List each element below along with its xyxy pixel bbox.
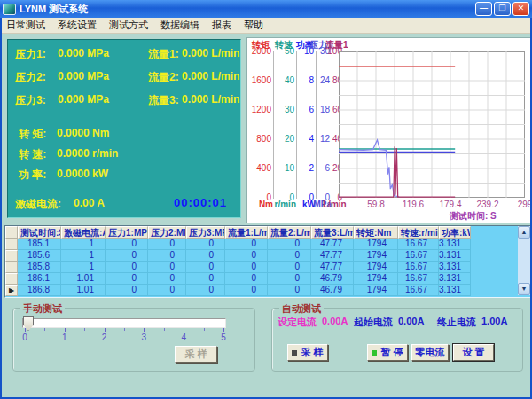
table-row[interactable]: 186.11.010000046.79179416.673.131 (5, 273, 530, 285)
flow2-value: 0.000 L/min (182, 70, 239, 82)
pause-button[interactable]: 暂 停 (367, 344, 408, 361)
y-axis-line (332, 51, 332, 199)
torque-label: 转 矩: (19, 127, 46, 142)
menu-bar: 日常测试 系统设置 测试方式 数据编辑 报表 帮助 (0, 18, 532, 34)
slider-minor-tick (44, 328, 45, 331)
table-header-cell[interactable]: 压力1:MPa (106, 226, 148, 239)
excitation-current-value: 0.00 A (74, 197, 105, 209)
table-header-cell[interactable]: 流量2:L/min (268, 226, 311, 239)
table-cell: 185.8 (18, 262, 61, 273)
table-cell: 0 (148, 273, 186, 285)
row-selector[interactable] (5, 250, 18, 262)
close-button[interactable]: ✕ (512, 2, 529, 16)
slider-minor-tick (124, 328, 125, 331)
table-row[interactable]: 185.610000047.77179416.673.131 (5, 250, 530, 262)
slider-tick-label: 4 (179, 332, 188, 342)
y-axis-tick-label: 2000 (248, 46, 271, 56)
scroll-up-button[interactable]: ▲ (518, 226, 530, 239)
table-header-cell[interactable]: 转矩:Nm (354, 226, 398, 239)
table-cell: 47.77 (311, 239, 354, 250)
slider-major-tick (105, 328, 106, 332)
end-current-label: 终止电流 (437, 316, 476, 329)
table-header-cell[interactable]: 压力2:MPa (148, 226, 186, 239)
speed-value: 0.0000 r/min (57, 147, 118, 160)
table-header-cell[interactable]: 激磁电流:A (61, 226, 106, 239)
x-axis-tick-label: 299 (507, 200, 532, 209)
slider-tick-label: 3 (139, 332, 148, 342)
table-cell: 3.131 (439, 250, 471, 262)
table-cell: 0 (186, 273, 225, 285)
excitation-current-label: 激磁电流: (15, 197, 61, 212)
table-row[interactable]: 185.110000047.77179416.673.131 (5, 239, 530, 250)
y-axis-unit-label: L/min (323, 200, 344, 209)
table-header-cell[interactable]: 压力3:MPa (186, 226, 225, 239)
y-axis-tick-label: 50 (271, 46, 294, 56)
end-current-value: 1.00A (481, 316, 507, 326)
table-cell: 16.67 (398, 285, 439, 296)
table-cell: 0 (225, 285, 268, 296)
table-cell: 0 (268, 250, 311, 262)
auto-sample-button[interactable]: 采 样 (287, 344, 328, 361)
x-axis-title: 测试时间: S (450, 210, 497, 223)
manual-sample-button[interactable]: 采 样 (175, 346, 217, 363)
table-cell: 0 (106, 239, 148, 250)
readout-panel: 压力1: 0.000 MPa 流量1: 0.000 L/min 压力2: 0.0… (7, 39, 241, 218)
y-axis-tick-label: 10 (271, 163, 294, 173)
row-selector[interactable] (5, 273, 18, 285)
row-selector[interactable] (5, 239, 18, 250)
y-axis-tick-label: 1600 (248, 75, 271, 85)
minimize-button[interactable]: — (475, 2, 492, 16)
pressure2-value: 0.000 MPa (58, 70, 109, 82)
table-cell: 1794 (354, 250, 398, 262)
current-slider-track[interactable] (22, 318, 226, 328)
x-axis-tick-label: 59.8 (358, 200, 394, 209)
table-cell: 185.6 (18, 250, 61, 262)
table-cell: 1.01 (61, 273, 106, 285)
table-header-cell[interactable]: 转速:r/min (398, 226, 439, 239)
row-selector[interactable]: ▶ (5, 285, 18, 296)
chart-panel: 转矩2000160012008004000Nm转速50403020100r/mi… (246, 37, 532, 223)
auto-test-title: 自动测试 (279, 302, 324, 316)
table-row[interactable]: 185.810000047.77179416.673.131 (5, 262, 530, 273)
table-cell: 16.67 (398, 239, 439, 250)
table-cell: 1.01 (61, 285, 106, 296)
scroll-down-button[interactable]: ▼ (518, 283, 530, 295)
table-cell: 0 (225, 262, 268, 273)
menu-item-report[interactable]: 报表 (206, 19, 238, 32)
power-value: 0.0000 kW (57, 168, 108, 180)
table-cell: 1794 (354, 262, 398, 273)
setup-button[interactable]: 设 置 (453, 344, 494, 361)
table-header-cell[interactable]: 功率:kW (439, 226, 471, 239)
y-axis-unit-label: Nm (248, 200, 273, 209)
menu-item-test-mode[interactable]: 测试方式 (103, 19, 154, 32)
table-cell: 3.131 (439, 262, 471, 273)
menu-item-data-edit[interactable]: 数据编辑 (154, 19, 206, 32)
table-header-row: 测试时间:S激磁电流:A压力1:MPa压力2:MPa压力3:MPa流量1:L/m… (5, 226, 530, 239)
zero-current-button[interactable]: 零电流 (411, 344, 449, 361)
window-border-left (0, 18, 2, 399)
table-cell: 0 (268, 262, 311, 273)
table-scrollbar[interactable]: ▲ ▼ (518, 226, 530, 295)
table-cell: 1 (61, 262, 106, 273)
pressure3-label: 压力3: (15, 93, 46, 108)
row-selector[interactable] (5, 262, 18, 273)
table-header-cell[interactable]: 测试时间:S (18, 226, 61, 239)
menu-item-help[interactable]: 帮助 (238, 19, 270, 32)
table-cell: 0 (148, 239, 186, 250)
auto-sample-button-label: 采 样 (301, 346, 323, 359)
table-header-cell[interactable]: 流量1:L/min (225, 226, 268, 239)
table-row[interactable]: ▶186.81.010000046.79179416.673.131 (5, 285, 530, 296)
slider-minor-tick (84, 328, 85, 331)
restore-button[interactable]: ❐ (494, 2, 511, 16)
menu-item-daily-test[interactable]: 日常测试 (0, 19, 51, 32)
table-cell: 0 (225, 239, 268, 250)
y-axis-line (316, 51, 317, 199)
table-cell: 0 (106, 285, 148, 296)
table-cell: 0 (225, 250, 268, 262)
y-axis-tick-label: 30 (271, 105, 294, 114)
table-cell: 0 (186, 285, 225, 296)
table-header-cell[interactable]: 流量3:L/min (311, 226, 354, 239)
table-cell: 3.131 (439, 239, 471, 250)
table-cell: 1794 (354, 285, 398, 296)
menu-item-system-settings[interactable]: 系统设置 (51, 19, 103, 32)
